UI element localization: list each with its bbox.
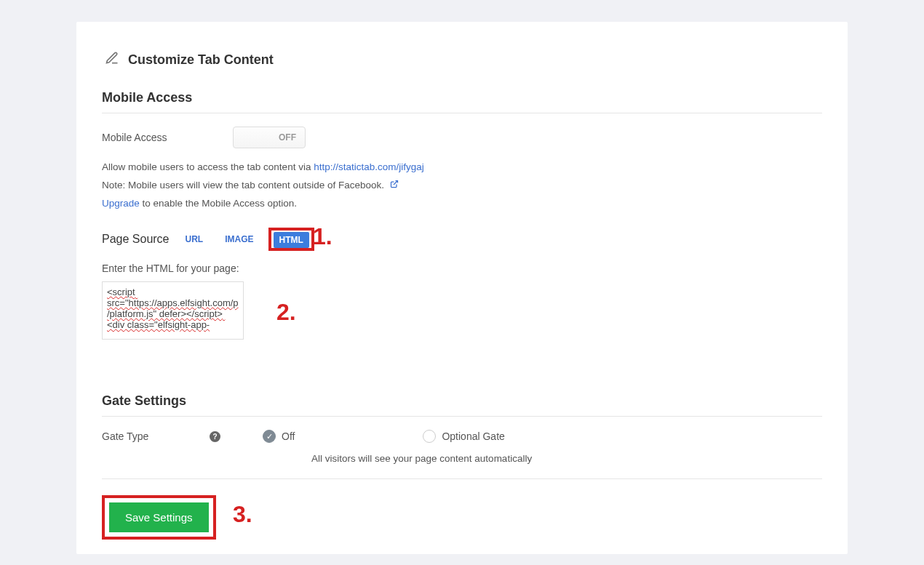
html-instruction: Enter the HTML for your page: — [102, 263, 822, 274]
tab-url[interactable]: URL — [180, 231, 210, 247]
gate-section: Gate Settings Gate Type ? Off Optional G… — [102, 393, 822, 540]
tab-html[interactable]: HTML — [274, 232, 309, 248]
page-source-label: Page Source — [102, 233, 170, 246]
save-settings-button[interactable]: Save Settings — [109, 502, 209, 532]
mobile-helper-3: Upgrade to enable the Mobile Access opti… — [102, 198, 822, 209]
settings-card: Customize Tab Content Mobile Access Mobi… — [76, 22, 848, 554]
help-icon[interactable]: ? — [210, 431, 220, 442]
section-header-mobile: Mobile Access — [102, 90, 822, 113]
statictab-link[interactable]: http://statictab.com/jifygaj — [314, 161, 424, 172]
gate-radio-optional[interactable]: Optional Gate — [423, 430, 504, 443]
mobile-helper-1: Allow mobile users to access the tab con… — [102, 161, 822, 172]
check-icon — [263, 430, 276, 443]
annotation-number-1: 1. — [313, 223, 332, 250]
divider — [102, 478, 822, 479]
toggle-state: OFF — [279, 132, 296, 143]
gate-radio-off[interactable]: Off — [263, 430, 295, 443]
radio-icon — [423, 430, 436, 443]
annotation-number-2: 2. — [276, 299, 296, 326]
section-header-gate: Gate Settings — [102, 393, 822, 417]
annotation-number-3: 3. — [233, 501, 252, 528]
html-textarea[interactable] — [102, 281, 244, 340]
external-link-icon[interactable] — [390, 180, 399, 191]
edit-icon — [105, 51, 119, 68]
mobile-access-row: Mobile Access OFF — [102, 127, 822, 148]
tab-image[interactable]: IMAGE — [219, 231, 259, 247]
mobile-helper-2: Note: Mobile users will view the tab con… — [102, 180, 822, 191]
mobile-access-label: Mobile Access — [102, 132, 233, 143]
gate-type-label: Gate Type — [102, 430, 196, 442]
page-source-row: Page Source URL IMAGE HTML 1. — [102, 229, 822, 249]
gate-type-row: Gate Type ? Off Optional Gate — [102, 430, 822, 443]
upgrade-link[interactable]: Upgrade — [102, 198, 140, 209]
gate-description: All visitors will see your page content … — [311, 453, 822, 464]
mobile-access-toggle[interactable]: OFF — [233, 127, 306, 148]
page-title: Customize Tab Content — [128, 52, 274, 68]
page-title-row: Customize Tab Content — [102, 51, 822, 68]
